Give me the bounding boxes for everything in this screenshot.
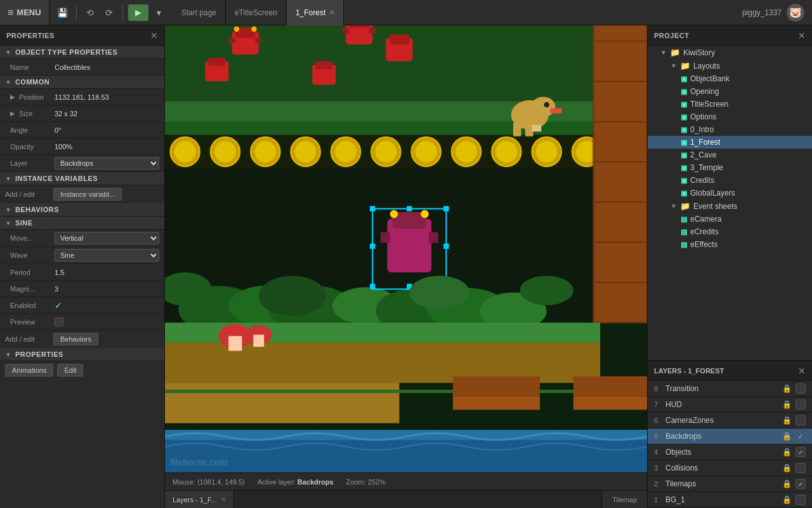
prop-period-row: Period 1.5 [0, 264, 164, 281]
svg-rect-80 [532, 125, 541, 132]
svg-rect-97 [228, 336, 242, 351]
tree-eventsheets-folder[interactable]: ▼ 📁 Event sheets [648, 199, 812, 213]
prop-opacity-label: Opacity [10, 143, 55, 150]
tab-startpage[interactable]: Start page [173, 0, 226, 25]
prop-preview-check[interactable] [55, 318, 63, 326]
layer-2-lock-icon[interactable]: 🔒 [782, 479, 792, 488]
layer-3-lock-icon[interactable]: 🔒 [782, 464, 792, 472]
prop-enabled-check[interactable]: ✓ [55, 300, 62, 311]
prop-magnitude-row: Magni... 3 [0, 281, 164, 297]
layer-row-6[interactable]: 6 CameraZones 🔒 [648, 413, 812, 429]
save-button[interactable]: 💾 [55, 4, 71, 21]
tree-item-objectbank[interactable]: ▣ ObjectBank [648, 72, 812, 85]
tab-forest-close[interactable]: ✕ [329, 9, 334, 16]
layers-tab[interactable]: Layers - 1_F... ✕ [165, 491, 234, 508]
layer-row-7[interactable]: 7 HUD 🔒 [648, 397, 812, 413]
layer-2-visible[interactable]: ✓ [796, 479, 806, 489]
project-panel-close[interactable]: ✕ [798, 30, 806, 41]
layer-1-visible[interactable] [796, 495, 806, 505]
prop-layer-select-row: Backdrops [55, 157, 159, 170]
layer-8-lock-icon[interactable]: 🔒 [782, 384, 792, 393]
tree-item-options[interactable]: ▣ Options [648, 110, 812, 123]
prop-wave-select[interactable]: Sine [55, 249, 159, 262]
tab-etitlescreen[interactable]: eTitleScreen [226, 0, 287, 25]
tab-forest[interactable]: 1_Forest ✕ [287, 0, 344, 25]
behaviors-btn[interactable]: Behaviors [53, 333, 98, 345]
layer-3-visible[interactable] [796, 463, 806, 473]
layer-7-lock-icon[interactable]: 🔒 [782, 400, 792, 409]
layer-7-num: 7 [654, 401, 665, 408]
tree-item-globallayers[interactable]: ▣ GlobalLayers [648, 187, 812, 199]
prop-layer-row: Layer Backdrops [0, 155, 164, 172]
avatar[interactable]: 🐷 [787, 4, 804, 22]
undo-button[interactable]: ⟲ [82, 4, 98, 21]
section-sine[interactable]: ▼ SINE [0, 217, 164, 230]
layout-icon: ▣ [681, 100, 687, 109]
layer-row-8[interactable]: 8 Transition 🔒 [648, 381, 812, 397]
section-behaviors[interactable]: ▼ BEHAVIORS [0, 203, 164, 217]
section-common[interactable]: ▼ COMMON [0, 76, 164, 89]
layer-row-4[interactable]: 4 Objects 🔒 ✓ [648, 444, 812, 460]
tree-item-ecredits[interactable]: ▤ eCredits [648, 225, 812, 238]
tree-item-ecamera[interactable]: ▤ eCamera [648, 213, 812, 225]
layer-8-visible[interactable] [796, 384, 806, 394]
layers-panel-header: LAYERS - 1_FOREST ✕ [648, 361, 812, 381]
tree-item-2cave[interactable]: ▣ 2_Cave [648, 149, 812, 161]
tree-layouts-folder[interactable]: ▼ 📁 Layouts [648, 59, 812, 72]
section-object-type[interactable]: ▼ OBJECT TYPE PROPERTIES [0, 46, 164, 59]
layer-row-3[interactable]: 3 Collisions 🔒 [648, 460, 812, 476]
properties-panel-close[interactable]: ✕ [150, 30, 158, 41]
tree-root[interactable]: ▼ 📁 KiwiStory [648, 46, 812, 59]
play-dropdown[interactable]: ▾ [151, 4, 167, 21]
animations-btn[interactable]: Animations [5, 364, 53, 377]
svg-point-59 [251, 27, 256, 32]
position-expand-icon[interactable]: ▶ [10, 93, 15, 100]
layer-6-visible[interactable] [796, 415, 806, 425]
svg-rect-95 [429, 232, 438, 243]
layer-6-lock-icon[interactable]: 🔒 [782, 416, 792, 425]
layer-5-lock-icon[interactable]: 🔒 [782, 432, 792, 441]
layer-4-lock-icon[interactable]: 🔒 [782, 448, 792, 457]
layers-panel-close[interactable]: ✕ [798, 366, 806, 376]
prop-position-label: Position [19, 93, 44, 101]
section-behaviors-arrow: ▼ [5, 206, 11, 213]
svg-rect-86 [443, 244, 449, 249]
layer-5-visible[interactable]: ✓ [796, 431, 806, 441]
play-button[interactable]: ▶ [128, 4, 148, 21]
tilemap-button[interactable]: Tilemap [601, 491, 647, 508]
canvas-container[interactable]: filehorse.com [165, 25, 647, 472]
layer-row-2[interactable]: 2 Tilemaps 🔒 ✓ [648, 476, 812, 492]
redo-button[interactable]: ⟳ [101, 4, 117, 21]
svg-rect-51 [453, 396, 540, 410]
tree-item-opening-label: Opening [690, 87, 719, 96]
tree-item-0intro[interactable]: ▣ 0_Intro [648, 123, 812, 136]
section-properties-sub[interactable]: ▼ PROPERTIES [0, 348, 164, 361]
tree-item-titlescreen[interactable]: ▣ TitleScreen [648, 98, 812, 110]
svg-rect-84 [443, 206, 449, 211]
layers-tab-close[interactable]: ✕ [221, 496, 226, 503]
instance-vars-btn[interactable]: Instance variabl... [53, 188, 122, 201]
menu-button[interactable]: ≡ MENU [0, 0, 49, 25]
prop-move-select[interactable]: Vertical [55, 232, 159, 244]
layer-7-visible[interactable] [796, 399, 806, 410]
svg-point-102 [409, 276, 469, 309]
tree-item-1forest[interactable]: ▣ 1_Forest [648, 136, 812, 149]
tree-item-eeffects[interactable]: ▤ eEffects [648, 238, 812, 251]
prop-layer-select[interactable]: Backdrops [55, 157, 159, 170]
tree-eventsheets-folder-icon: 📁 [680, 201, 690, 211]
layer-4-visible[interactable]: ✓ [796, 447, 806, 457]
event-icon: ▤ [681, 215, 687, 224]
svg-point-11 [254, 141, 276, 163]
layer-row-1[interactable]: 1 BG_1 🔒 [648, 492, 812, 508]
tree-item-titlescreen-label: TitleScreen [690, 100, 728, 109]
svg-point-13 [295, 141, 317, 163]
tree-item-opening[interactable]: ▣ Opening [648, 85, 812, 98]
active-layer-status: Active layer: Backdrops [258, 478, 334, 486]
section-instance-vars[interactable]: ▼ INSTANCE VARIABLES [0, 172, 164, 185]
layer-row-5[interactable]: 5 Backdrops 🔒 ✓ [648, 429, 812, 444]
tree-item-credits[interactable]: ▣ Credits [648, 174, 812, 187]
edit-btn[interactable]: Edit [57, 364, 83, 377]
tree-item-3temple[interactable]: ▣ 3_Temple [648, 161, 812, 174]
size-expand-icon[interactable]: ▶ [10, 110, 15, 117]
layer-1-lock-icon[interactable]: 🔒 [782, 495, 792, 504]
